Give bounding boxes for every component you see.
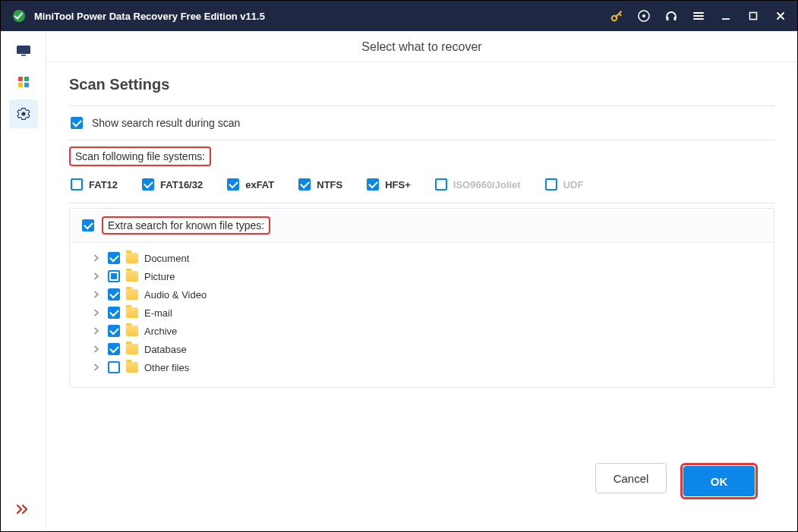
svg-rect-10: [24, 77, 29, 81]
filesystem-label: UDF: [563, 179, 584, 190]
filetype-checkbox[interactable]: [108, 343, 120, 355]
filesystem-label: FAT12: [89, 179, 118, 190]
key-icon[interactable]: [609, 8, 624, 24]
filetype-row: Database: [91, 340, 774, 358]
filetype-label: Archive: [144, 326, 177, 337]
folder-icon: [126, 253, 138, 263]
svg-rect-5: [674, 17, 677, 20]
filetype-label: Picture: [144, 271, 175, 282]
filesystem-item-udf: UDF: [545, 178, 584, 190]
filesystem-label: exFAT: [245, 179, 274, 190]
cancel-button[interactable]: Cancel: [595, 463, 667, 493]
svg-rect-9: [18, 77, 23, 81]
filetype-row: Picture: [91, 267, 774, 285]
filetype-label: Database: [144, 344, 187, 355]
filesystem-caption: Scan following file systems:: [69, 146, 211, 166]
folder-icon: [126, 344, 138, 354]
maximize-icon[interactable]: [746, 8, 761, 24]
headphones-icon[interactable]: [664, 8, 679, 24]
folder-icon: [126, 289, 138, 300]
menu-icon[interactable]: [691, 8, 706, 24]
filetype-checkbox[interactable]: [108, 325, 120, 337]
svg-point-3: [642, 14, 645, 17]
sidebar-expand[interactable]: [9, 496, 38, 522]
extra-search-label: Extra search for known file types:: [102, 216, 270, 235]
filetype-label: Other files: [144, 362, 189, 373]
filesystem-checkbox[interactable]: [227, 178, 239, 190]
sidebar-item-recovery[interactable]: [9, 36, 38, 65]
filetype-checkbox[interactable]: [108, 288, 120, 301]
filesystem-label: NTFS: [317, 179, 342, 190]
svg-rect-12: [24, 83, 29, 87]
filetype-label: Audio & Video: [144, 289, 207, 301]
chevron-right-icon[interactable]: [91, 362, 102, 373]
filesystem-label: ISO9660/Joliet: [453, 179, 521, 190]
extra-search-panel: Extra search for known file types: Docum…: [69, 208, 774, 388]
filesystem-item-iso9660-joliet: ISO9660/Joliet: [435, 178, 521, 190]
filetype-checkbox[interactable]: [108, 252, 120, 264]
filetype-label: Document: [144, 253, 189, 264]
chevron-right-icon[interactable]: [91, 289, 102, 300]
svg-rect-7: [17, 46, 30, 54]
folder-icon: [126, 326, 138, 336]
show-results-label: Show search result during scan: [92, 117, 240, 129]
filesystem-checkbox: [435, 178, 447, 190]
ok-button[interactable]: OK: [683, 466, 755, 496]
show-results-checkbox[interactable]: [71, 117, 83, 129]
sidebar-item-settings[interactable]: [9, 99, 38, 128]
close-icon[interactable]: [773, 8, 788, 24]
disc-icon[interactable]: [636, 8, 651, 24]
chevron-right-icon[interactable]: [91, 326, 102, 336]
minimize-icon[interactable]: [718, 8, 733, 24]
folder-icon: [126, 307, 138, 318]
filesystem-checkbox[interactable]: [71, 178, 83, 190]
app-title: MiniTool Power Data Recovery Free Editio…: [34, 11, 609, 22]
chevron-right-icon[interactable]: [91, 307, 102, 318]
filesystem-item-hfs-: HFS+: [367, 178, 411, 190]
filesystem-item-fat12: FAT12: [71, 178, 118, 190]
filetype-checkbox[interactable]: [108, 307, 120, 319]
filesystem-checkbox[interactable]: [367, 178, 379, 190]
filetype-checkbox[interactable]: [108, 270, 120, 282]
svg-rect-8: [21, 55, 26, 56]
svg-rect-4: [667, 17, 669, 20]
folder-icon: [126, 362, 138, 373]
filetype-row: Archive: [91, 322, 774, 340]
folder-icon: [126, 271, 138, 282]
filesystem-item-exfat: exFAT: [227, 178, 274, 190]
filetype-row: E-mail: [91, 304, 774, 322]
svg-rect-11: [18, 83, 23, 87]
filesystem-checkbox[interactable]: [142, 178, 154, 190]
section-title: Scan Settings: [69, 76, 774, 93]
filesystem-item-fat16-32: FAT16/32: [142, 178, 203, 190]
chevron-right-icon[interactable]: [91, 253, 102, 263]
svg-rect-6: [750, 13, 757, 20]
filetype-row: Other files: [91, 358, 774, 376]
filesystem-label: HFS+: [385, 179, 411, 190]
page-title: Select what to recover: [46, 31, 797, 62]
filesystem-label: FAT16/32: [160, 179, 203, 190]
filetype-label: E-mail: [144, 307, 172, 319]
filesystem-checkbox: [545, 178, 557, 190]
extra-search-checkbox[interactable]: [82, 219, 94, 231]
title-bar: MiniTool Power Data Recovery Free Editio…: [1, 1, 797, 31]
filesystem-row: FAT12FAT16/32exFATNTFSHFS+ISO9660/Joliet…: [69, 177, 774, 203]
filesystem-item-ntfs: NTFS: [298, 178, 342, 190]
filetype-tree: DocumentPictureAudio & VideoE-mailArchiv…: [70, 243, 774, 387]
app-icon: [11, 8, 27, 24]
filesystem-checkbox[interactable]: [298, 178, 311, 190]
sidebar-item-apps[interactable]: [9, 68, 38, 96]
chevron-right-icon[interactable]: [91, 271, 102, 282]
sidebar: [1, 31, 46, 531]
filetype-row: Audio & Video: [91, 285, 774, 304]
chevron-right-icon[interactable]: [91, 344, 102, 354]
filetype-row: Document: [91, 249, 774, 267]
gear-icon: [17, 107, 30, 121]
filetype-checkbox[interactable]: [108, 361, 120, 373]
